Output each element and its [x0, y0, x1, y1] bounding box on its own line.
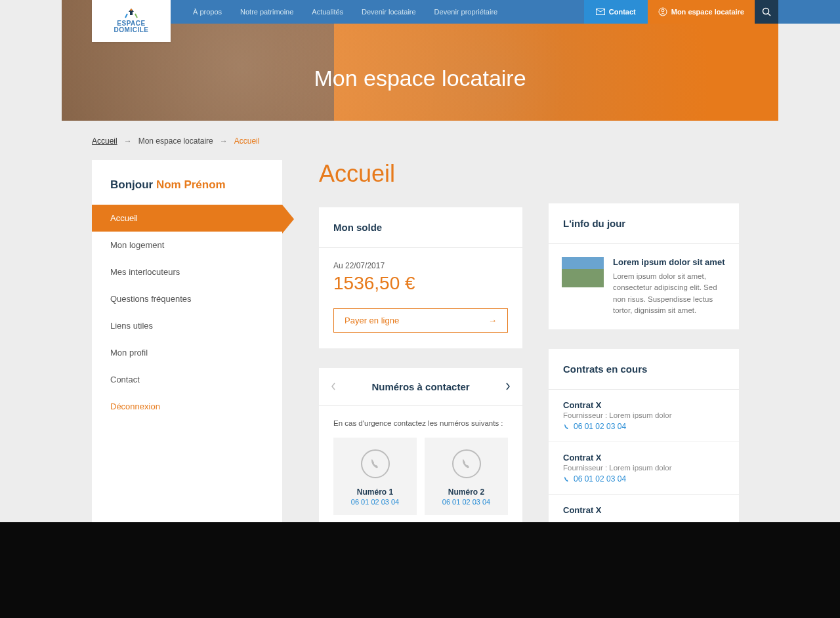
nav-devenir-locataire[interactable]: Devenir locataire	[352, 8, 425, 16]
search-icon	[762, 7, 771, 16]
news-header: L'info du jour	[549, 203, 739, 244]
sidebar-item-logement[interactable]: Mon logement	[92, 232, 282, 258]
news-title: Lorem ipsum dolor sit amet	[613, 257, 726, 267]
arrow-right-icon: →	[488, 316, 497, 325]
contract-item[interactable]: Contrat X Fournisseur : Lorem ipsum dolo…	[549, 390, 739, 442]
sidebar-greeting: Bonjour Nom Prénom	[92, 178, 282, 205]
svg-point-1	[130, 9, 132, 11]
news-thumbnail	[562, 257, 604, 287]
mail-icon	[596, 9, 605, 15]
contract-phone: 06 01 02 03 04	[563, 422, 724, 431]
balance-amount: 1536,50 €	[333, 273, 508, 294]
brand-line2: DOMICILE	[114, 27, 149, 33]
arrow-right-icon: →	[124, 136, 132, 146]
espace-label: Mon espace locataire	[671, 8, 744, 16]
balance-card: Mon solde Au 22/07/2017 1536,50 € Payer …	[319, 207, 522, 348]
greeting-prefix: Bonjour	[110, 178, 156, 191]
carousel-next-button[interactable]	[505, 382, 511, 392]
arrow-right-icon: →	[220, 136, 228, 146]
phone-number-1: 06 01 02 03 04	[339, 498, 411, 506]
sidebar-item-faq[interactable]: Questions fréquentes	[92, 285, 282, 312]
hero-title: Mon espace locataire	[62, 66, 778, 91]
phone-number-2: 06 01 02 03 04	[430, 498, 503, 506]
contact-button[interactable]: Contact	[584, 0, 648, 24]
news-card: L'info du jour Lorem ipsum dolor sit ame…	[549, 203, 739, 329]
sidebar-item-accueil[interactable]: Accueil	[92, 205, 282, 232]
svg-point-4	[662, 9, 664, 12]
news-text: Lorem ipsum dolor sit amet, consectetur …	[613, 271, 726, 316]
phone-icon	[563, 476, 570, 483]
sidebar: Bonjour Nom Prénom Accueil Mon logement …	[92, 160, 282, 549]
nav-actualites[interactable]: Actualités	[303, 8, 352, 16]
pay-online-button[interactable]: Payer en ligne →	[333, 308, 508, 333]
contacts-card: Numéros à contacter En cas d'urgence con…	[319, 368, 522, 529]
phone-name-1: Numéro 1	[339, 487, 411, 497]
top-nav: ESPACE DOMICILE À propos Notre patrimoin…	[0, 0, 840, 24]
breadcrumb-mid[interactable]: Mon espace locataire	[138, 136, 213, 146]
pay-label: Payer en ligne	[345, 316, 399, 325]
nav-a-propos[interactable]: À propos	[184, 8, 231, 16]
phone-card-2[interactable]: Numéro 2 06 01 02 03 04	[425, 438, 508, 515]
sidebar-item-interlocuteurs[interactable]: Mes interlocuteurs	[92, 258, 282, 285]
phone-icon	[361, 449, 390, 478]
phone-icon	[452, 449, 481, 478]
balance-date: Au 22/07/2017	[333, 261, 508, 270]
contract-name: Contrat X	[563, 400, 724, 410]
contract-supplier: Fournisseur : Lorem ipsum dolor	[563, 411, 724, 419]
contract-phone: 06 01 02 03 04	[563, 474, 724, 484]
espace-locataire-button[interactable]: Mon espace locataire	[648, 0, 755, 24]
page-title: Accueil	[319, 160, 522, 188]
phone-card-1[interactable]: Numéro 1 06 01 02 03 04	[333, 438, 417, 515]
carousel-prev-button[interactable]	[331, 382, 336, 392]
user-icon	[658, 7, 667, 16]
nav-patrimoine[interactable]: Notre patrimoine	[231, 8, 303, 16]
logo-icon	[114, 9, 149, 20]
sidebar-item-contact[interactable]: Contact	[92, 366, 282, 393]
contact-label: Contact	[609, 8, 636, 16]
greeting-name: Nom Prénom	[156, 178, 226, 191]
chevron-left-icon	[331, 382, 336, 390]
search-button[interactable]	[755, 0, 778, 24]
svg-line-6	[768, 14, 771, 16]
nav-devenir-proprietaire[interactable]: Devenir propriétaire	[425, 8, 507, 16]
contract-name: Contrat X	[563, 453, 724, 463]
contacts-intro: En cas d'urgence contactez les numéros s…	[319, 406, 522, 438]
breadcrumb: Accueil → Mon espace locataire → Accueil	[92, 136, 259, 146]
sidebar-item-liens[interactable]: Liens utiles	[92, 312, 282, 339]
page-shadow	[0, 522, 840, 618]
sidebar-item-profil[interactable]: Mon profil	[92, 339, 282, 366]
contracts-header: Contrats en cours	[549, 349, 739, 390]
contract-item[interactable]: Contrat X	[549, 495, 739, 526]
balance-header: Mon solde	[319, 207, 522, 248]
breadcrumb-current: Accueil	[234, 136, 260, 146]
phone-icon	[563, 423, 570, 430]
phone-name-2: Numéro 2	[430, 487, 503, 497]
svg-point-5	[763, 9, 769, 14]
contracts-list[interactable]: Contrat X Fournisseur : Lorem ipsum dolo…	[549, 390, 739, 526]
contract-item[interactable]: Contrat X Fournisseur : Lorem ipsum dolo…	[549, 442, 739, 495]
sidebar-item-logout[interactable]: Déconnexion	[92, 393, 282, 420]
contacts-header: Numéros à contacter	[371, 381, 469, 392]
chevron-right-icon	[505, 382, 511, 390]
contracts-card: Contrats en cours Contrat X Fournisseur …	[549, 349, 739, 526]
breadcrumb-home[interactable]: Accueil	[92, 136, 117, 146]
contract-supplier: Fournisseur : Lorem ipsum dolor	[563, 464, 724, 472]
brand-logo[interactable]: ESPACE DOMICILE	[92, 0, 171, 42]
contract-name: Contrat X	[563, 505, 724, 515]
